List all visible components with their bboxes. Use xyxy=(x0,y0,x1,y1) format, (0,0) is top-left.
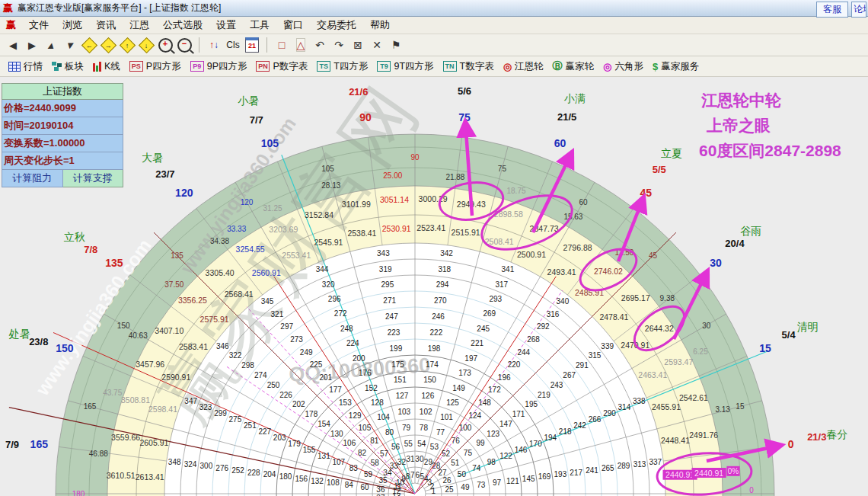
spiral-number: 340 xyxy=(557,297,570,306)
customer-service-button[interactable]: 客服 xyxy=(816,2,848,18)
spiral-number: 132 xyxy=(311,477,324,485)
zoom-in-button[interactable]: + xyxy=(157,37,174,53)
flag-tool-button[interactable]: ⚑ xyxy=(388,37,404,53)
spiral-number: 99 xyxy=(477,439,486,447)
spiral-number: 293 xyxy=(489,295,502,303)
spiral-number: 150 xyxy=(423,376,436,384)
outer-price-value: 3559.66 xyxy=(111,433,140,442)
tool-P数字表[interactable]: PNP数字表 xyxy=(252,59,311,75)
shift-left-button[interactable]: ← xyxy=(81,37,97,53)
function-toolbar: 行情板块K线PSP四方形P99P四方形PNP数字表TST四方形T99T四方形TN… xyxy=(0,56,868,77)
spiral-number: 79 xyxy=(402,424,411,432)
tool-六角形[interactable]: ◎六角形 xyxy=(599,59,647,75)
spiral-number: 244 xyxy=(517,348,530,357)
spiral-number: 29 xyxy=(424,458,433,466)
spiral-number: 180 xyxy=(279,472,292,481)
outer-price-value: 3457.96 xyxy=(136,360,164,369)
box-x-tool-button[interactable]: ⊠ xyxy=(349,37,366,53)
solar-term-label: 立夏 xyxy=(661,147,682,159)
spiral-number: 322 xyxy=(229,351,242,360)
tool-江恩轮[interactable]: ◎江恩轮 xyxy=(499,59,547,75)
shift-right-button[interactable]: → xyxy=(100,37,116,53)
rotate-left-tri-button[interactable]: ▲ xyxy=(43,37,59,53)
outer-price-value: 2440.91 xyxy=(694,469,723,478)
percent-ring-value: 3.13 xyxy=(715,405,730,414)
tool-9P四方形[interactable]: P99P四方形 xyxy=(187,59,251,75)
outer-price-value: 2542.61 xyxy=(679,393,708,402)
percent-ring-value: 43.75 xyxy=(103,389,122,397)
spiral-number: 57 xyxy=(380,450,389,458)
menu-item-0[interactable]: 文件 xyxy=(22,17,56,34)
spiral-number: 5 xyxy=(420,472,425,481)
inner-price-value: 2545.91 xyxy=(314,238,343,247)
spiral-number: 175 xyxy=(391,360,404,369)
spiral-number: 83 xyxy=(349,464,359,472)
menu-item-6[interactable]: 工具 xyxy=(243,17,276,34)
menu-item-7[interactable]: 窗口 xyxy=(276,17,310,34)
spiral-number: 148 xyxy=(478,398,491,407)
center-tool-button[interactable]: ✕ xyxy=(369,37,385,53)
triangle-tool-button[interactable]: △ xyxy=(292,37,309,53)
rotate-right-tri-button[interactable]: ▼ xyxy=(62,37,78,53)
date-label: 5/4 xyxy=(782,329,796,341)
spiral-number: 299 xyxy=(214,409,227,418)
menu-item-4[interactable]: 公式选股 xyxy=(156,17,209,34)
tool-K线[interactable]: K线 xyxy=(89,59,124,75)
menu-item-8[interactable]: 交易委托 xyxy=(310,17,363,34)
outer-price-value: 3051.14 xyxy=(380,195,409,204)
spiral-number: 324 xyxy=(184,460,197,469)
menu-item-9[interactable]: 帮助 xyxy=(363,17,397,34)
tool-板块[interactable]: 板块 xyxy=(48,59,88,75)
spiral-number: 154 xyxy=(318,420,330,428)
spiral-number: 320 xyxy=(322,280,335,289)
rotate-ccw-button[interactable]: ↶ xyxy=(311,37,328,53)
outer-price-value: 3610.51 xyxy=(107,471,136,480)
calendar-button[interactable]: 21 xyxy=(244,37,260,53)
tool-T数字表[interactable]: TNT数字表 xyxy=(439,59,498,75)
cls-button[interactable]: Cls xyxy=(225,37,241,53)
sort-updown-button[interactable]: ↑↓ xyxy=(206,37,222,53)
zoom-out-button[interactable]: − xyxy=(176,37,193,53)
spiral-number: 74 xyxy=(472,464,481,472)
solar-term-label: 谷雨 xyxy=(740,225,761,237)
spiral-number: 7 xyxy=(410,471,415,479)
rect-tool-button[interactable]: □ xyxy=(273,37,290,53)
annotation-line-0: 江恩轮中轮 xyxy=(700,91,782,109)
calc-resistance-button[interactable]: 计算阻力 xyxy=(2,170,63,187)
spiral-number: 75 xyxy=(464,449,473,457)
info-row-1: 时间=20190104 xyxy=(2,117,123,135)
degree-ring-value: 135 xyxy=(171,251,183,260)
forum-button[interactable]: 论坛 xyxy=(851,2,866,18)
shift-down-button[interactable]: ↓ xyxy=(138,37,155,53)
menu-item-1[interactable]: 浏览 xyxy=(56,17,89,34)
percent-ring-value: 15.63 xyxy=(563,213,582,221)
outer-degree-label: 60 xyxy=(554,137,566,149)
tool-赢家轮[interactable]: Ⓑ赢家轮 xyxy=(549,58,598,75)
menu-item-2[interactable]: 资讯 xyxy=(89,17,123,34)
spiral-number: 245 xyxy=(477,325,490,333)
tool-赢家服务[interactable]: $赢家服务 xyxy=(649,59,703,75)
spiral-number: 223 xyxy=(388,328,400,337)
tool-label: 赢家服务 xyxy=(661,60,699,73)
outer-price-value: 2746.02 xyxy=(594,267,623,276)
calc-support-button[interactable]: 计算支撑 xyxy=(63,170,124,187)
spiral-number: 50 xyxy=(458,470,467,478)
spiral-number: 221 xyxy=(471,339,483,347)
tool-行情[interactable]: 行情 xyxy=(5,59,46,75)
spiral-number: 251 xyxy=(244,421,257,430)
menu-item-5[interactable]: 设置 xyxy=(209,17,243,34)
tool-T四方形[interactable]: TST四方形 xyxy=(313,59,372,75)
rotate-cw-button[interactable]: ↷ xyxy=(330,37,347,53)
forward-button[interactable]: ▶ xyxy=(24,37,40,53)
spiral-number: 297 xyxy=(280,322,293,331)
spiral-number: 270 xyxy=(434,296,447,305)
spiral-number: 344 xyxy=(316,265,329,274)
back-button[interactable]: ◀ xyxy=(5,37,21,53)
shift-up-button[interactable]: ↑ xyxy=(119,37,136,53)
outer-degree-label: 105 xyxy=(261,137,279,149)
tool-9T四方形[interactable]: T99T四方形 xyxy=(373,59,437,75)
tool-P四方形[interactable]: PSP四方形 xyxy=(126,59,185,75)
menu-item-3[interactable]: 江恩 xyxy=(123,17,156,34)
spiral-number: 219 xyxy=(538,391,550,399)
percent-ring-value: 9.38 xyxy=(660,294,675,302)
